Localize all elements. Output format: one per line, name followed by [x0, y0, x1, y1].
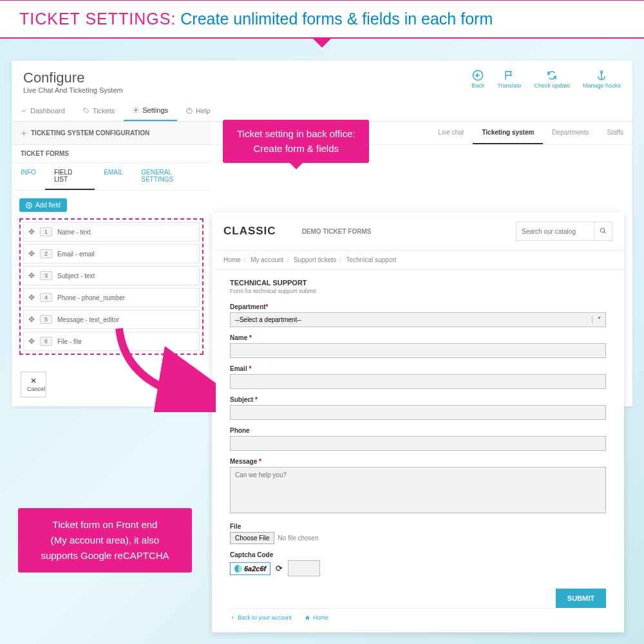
tab-dashboard[interactable]: Dashboard — [12, 100, 74, 121]
label-name: Name * — [230, 334, 606, 341]
right-tab-livechat[interactable]: Live chat — [429, 122, 473, 144]
field-label: Email - email — [57, 251, 95, 258]
crumb-tickets[interactable]: Support tickets — [294, 256, 336, 263]
config-title: TICKETING SYSTEM CONFIGURATION — [12, 122, 211, 145]
drag-icon[interactable]: ✥ — [28, 337, 35, 346]
subtab-fieldlist[interactable]: FIELD LIST — [45, 163, 95, 190]
name-input[interactable] — [230, 343, 606, 358]
right-tab-ticketing[interactable]: Ticketing system — [473, 122, 543, 144]
field-item[interactable]: ✥1Name - text — [23, 222, 200, 242]
drag-icon[interactable]: ✥ — [28, 271, 35, 280]
subtab-info[interactable]: INFO — [12, 163, 45, 190]
subject-input[interactable] — [230, 405, 606, 420]
hooks-label: Manage hooks — [583, 82, 621, 89]
check-label: Check update — [534, 82, 570, 89]
tab-tickets[interactable]: Tickets — [74, 100, 124, 121]
label-subject: Subject * — [230, 396, 606, 403]
label-email: Email * — [230, 365, 606, 372]
subtab-email[interactable]: EMAIL — [95, 163, 132, 190]
close-icon — [30, 377, 37, 384]
callout-frontend: Ticket form on Front end (My account are… — [18, 508, 192, 573]
department-select[interactable]: --Select a department-- ˅ — [230, 312, 606, 327]
drag-icon[interactable]: ✥ — [28, 293, 35, 302]
gear-icon — [21, 130, 27, 137]
tab-help[interactable]: Help — [177, 100, 220, 121]
right-tab-staffs[interactable]: Staffs — [598, 122, 632, 144]
banner-arrow-icon — [313, 39, 331, 48]
chevron-down-icon: ˅ — [592, 316, 601, 323]
svg-point-6 — [600, 228, 604, 232]
banner-label: TICKET SETTINGS: — [19, 10, 176, 28]
right-tab-departments[interactable]: Departments — [543, 122, 598, 144]
toolbar: Back Translate Check update Manage hooks — [471, 70, 621, 94]
back-to-account-link[interactable]: Back to your account — [230, 614, 292, 621]
home-icon — [305, 615, 310, 621]
back-label: Back — [471, 82, 484, 89]
label-file: File — [230, 523, 606, 530]
add-field-button[interactable]: Add field — [19, 198, 67, 212]
field-label: Subject - text — [57, 272, 95, 279]
store-logo: CLASSIC — [223, 225, 276, 238]
message-textarea[interactable] — [230, 467, 606, 513]
field-label: Name - text — [57, 229, 91, 236]
svg-point-4 — [23, 132, 25, 134]
field-item[interactable]: ✥3Subject - text — [23, 266, 200, 285]
gear-icon — [133, 107, 139, 113]
drag-icon[interactable]: ✥ — [28, 315, 35, 324]
label-captcha: Captcha Code — [230, 551, 606, 558]
chevron-left-icon — [230, 615, 235, 620]
translate-label: Translate — [497, 82, 521, 89]
check-update-button[interactable]: Check update — [534, 70, 570, 94]
label-department: Department* — [230, 303, 606, 310]
field-item[interactable]: ✥2Email - email — [23, 244, 200, 263]
sub-tabs: INFO FIELD LIST EMAIL GENERAL SETTINGS — [12, 163, 211, 191]
phone-input[interactable] — [230, 436, 606, 451]
field-label: File - file — [57, 338, 82, 345]
back-button[interactable]: Back — [471, 70, 484, 94]
crumb-current: Technical support — [346, 256, 397, 263]
crumb-account[interactable]: My account — [251, 256, 283, 263]
label-message: Message * — [230, 458, 606, 465]
field-label: Phone - phone_number — [57, 294, 125, 301]
svg-point-2 — [135, 109, 137, 111]
search-input[interactable] — [516, 225, 594, 238]
cancel-button[interactable]: Cancel — [21, 372, 46, 397]
field-item[interactable]: ✥4Phone - phone_number — [23, 288, 200, 307]
translate-button[interactable]: Translate — [497, 70, 521, 94]
form-subtitle: Form for technical support submit — [230, 288, 606, 294]
search-icon — [600, 227, 607, 234]
admin-tabs: Dashboard Tickets Settings Help — [12, 100, 632, 122]
search-box — [516, 222, 612, 241]
breadcrumb: Home/ My account/ Support tickets/ Techn… — [212, 251, 624, 270]
anchor-icon — [596, 70, 607, 81]
subtab-general[interactable]: GENERAL SETTINGS — [132, 163, 211, 190]
svg-point-1 — [601, 71, 603, 73]
chart-icon — [21, 108, 27, 114]
form-title: TECHNICAL SUPPORT — [230, 279, 606, 287]
flag-icon — [504, 70, 515, 81]
page-subtitle: Live Chat And Ticketing System — [23, 86, 123, 94]
frontend-panel: CLASSIC DEMO TICKET FORMS Home/ My accou… — [212, 213, 624, 632]
captcha-refresh-button[interactable]: ⟳ — [276, 564, 283, 573]
drag-icon[interactable]: ✥ — [28, 227, 35, 236]
ticket-forms-label: TICKET FORMS — [12, 145, 211, 163]
tab-settings[interactable]: Settings — [124, 100, 177, 121]
home-link[interactable]: Home — [305, 614, 328, 621]
demo-label: DEMO TICKET FORMS — [302, 228, 372, 235]
search-button[interactable] — [594, 222, 612, 240]
captcha-input[interactable] — [288, 560, 320, 576]
callout-backoffice: Ticket setting in back office: Create fo… — [223, 120, 369, 163]
email-input[interactable] — [230, 374, 606, 389]
refresh-icon — [546, 70, 558, 81]
drag-icon[interactable]: ✥ — [28, 249, 35, 258]
manage-hooks-button[interactable]: Manage hooks — [583, 70, 621, 94]
label-phone: Phone — [230, 427, 606, 434]
captcha-image: 6a2c6f — [230, 562, 270, 575]
back-icon — [472, 70, 484, 81]
page-banner: TICKET SETTINGS: Create unlimited forms … — [0, 0, 644, 39]
choose-file-button[interactable]: Choose File — [230, 532, 274, 544]
crumb-home[interactable]: Home — [223, 256, 241, 263]
arrow-icon — [106, 322, 216, 412]
banner-text: Create unlimited forms & fields in each … — [180, 10, 493, 28]
submit-button[interactable]: SUBMIT — [556, 589, 606, 608]
